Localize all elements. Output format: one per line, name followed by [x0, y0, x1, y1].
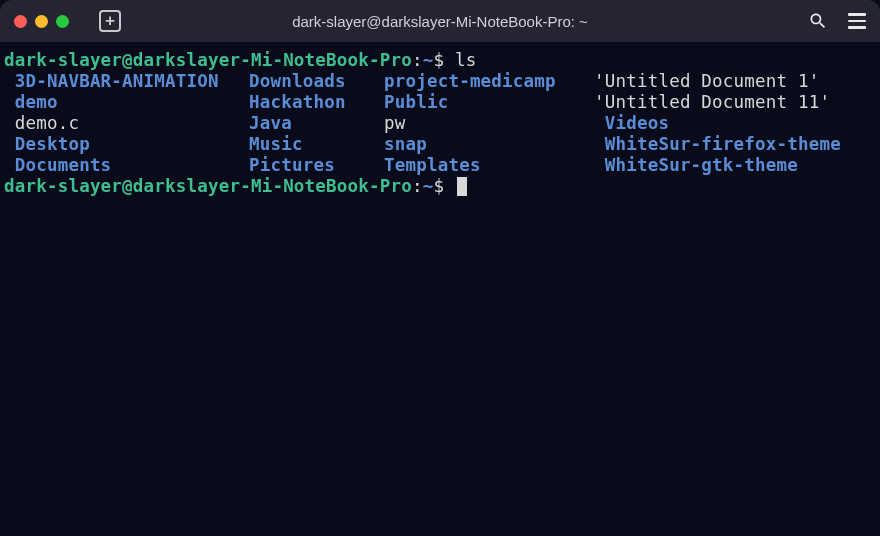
- ls-entry: Desktop: [4, 134, 249, 155]
- ls-row: 3D-NAVBAR-ANIMATIONDownloadsproject-medi…: [4, 71, 876, 92]
- titlebar-right: [808, 11, 866, 31]
- ls-entry: 'Untitled Document 1': [594, 71, 819, 92]
- ls-row: DocumentsPicturesTemplates WhiteSur-gtk-…: [4, 155, 876, 176]
- ls-entry: 3D-NAVBAR-ANIMATION: [4, 71, 249, 92]
- ls-entry: Templates: [384, 155, 594, 176]
- window-title: dark-slayer@darkslayer-Mi-NoteBook-Pro: …: [292, 13, 588, 30]
- ls-entry: Public: [384, 92, 594, 113]
- ls-entry: Hackathon: [249, 92, 384, 113]
- prompt-symbol: $: [433, 176, 444, 196]
- window-controls: [14, 15, 69, 28]
- prompt-symbol: $: [433, 50, 444, 70]
- ls-entry: Videos: [594, 113, 669, 134]
- command-input: ls: [455, 50, 476, 70]
- ls-entry: WhiteSur-firefox-theme: [594, 134, 841, 155]
- ls-entry: project-medicamp: [384, 71, 594, 92]
- close-button[interactable]: [14, 15, 27, 28]
- ls-entry: Music: [249, 134, 384, 155]
- ls-entry: snap: [384, 134, 594, 155]
- menu-icon[interactable]: [848, 13, 866, 29]
- terminal-window: + dark-slayer@darkslayer-Mi-NoteBook-Pro…: [0, 0, 880, 536]
- ls-row: DesktopMusicsnap WhiteSur-firefox-theme: [4, 134, 876, 155]
- ls-entry: 'Untitled Document 11': [594, 92, 830, 113]
- ls-output: 3D-NAVBAR-ANIMATIONDownloadsproject-medi…: [4, 71, 876, 176]
- ls-entry: Downloads: [249, 71, 384, 92]
- ls-entry: Documents: [4, 155, 249, 176]
- ls-entry: WhiteSur-gtk-theme: [594, 155, 798, 176]
- prompt-separator: :: [412, 50, 423, 70]
- ls-entry: Java: [249, 113, 384, 134]
- ls-entry: Pictures: [249, 155, 384, 176]
- minimize-button[interactable]: [35, 15, 48, 28]
- ls-row: demo.cJavapw Videos: [4, 113, 876, 134]
- ls-row: demoHackathonPublic'Untitled Document 11…: [4, 92, 876, 113]
- maximize-button[interactable]: [56, 15, 69, 28]
- ls-entry: demo: [4, 92, 249, 113]
- ls-entry: pw: [384, 113, 594, 134]
- prompt-path: ~: [423, 50, 434, 70]
- ls-entry: demo.c: [4, 113, 249, 134]
- search-icon[interactable]: [808, 11, 828, 31]
- cursor: [457, 177, 467, 196]
- prompt-separator: :: [412, 176, 423, 196]
- prompt-user-host: dark-slayer@darkslayer-Mi-NoteBook-Pro: [4, 50, 412, 70]
- terminal-body[interactable]: dark-slayer@darkslayer-Mi-NoteBook-Pro:~…: [0, 42, 880, 536]
- prompt-path: ~: [423, 176, 434, 196]
- titlebar: + dark-slayer@darkslayer-Mi-NoteBook-Pro…: [0, 0, 880, 42]
- new-tab-button[interactable]: +: [99, 10, 121, 32]
- prompt-user-host: dark-slayer@darkslayer-Mi-NoteBook-Pro: [4, 176, 412, 196]
